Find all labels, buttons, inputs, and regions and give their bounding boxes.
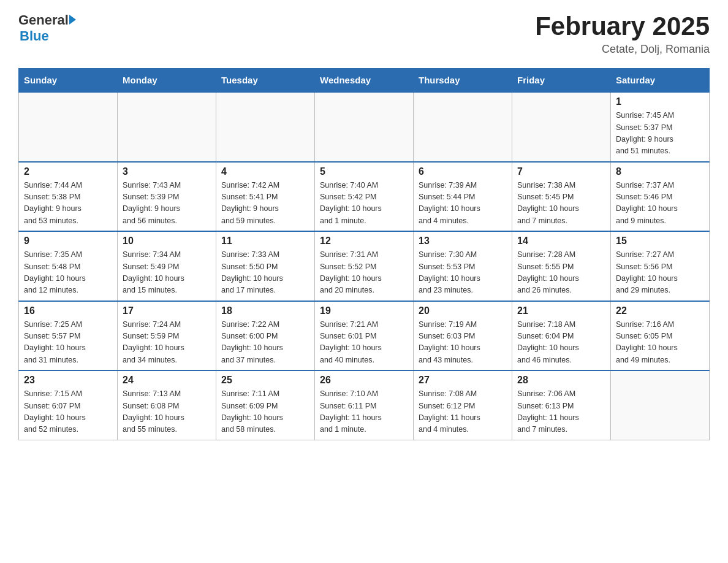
day-number: 16 (24, 305, 112, 316)
calendar-week-row: 23Sunrise: 7:15 AMSunset: 6:07 PMDayligh… (19, 370, 710, 440)
table-row: 19Sunrise: 7:21 AMSunset: 6:01 PMDayligh… (315, 301, 414, 371)
day-info: Sunrise: 7:16 AMSunset: 6:05 PMDaylight:… (616, 319, 704, 367)
logo-blue-text: Blue (20, 28, 49, 44)
table-row: 14Sunrise: 7:28 AMSunset: 5:55 PMDayligh… (512, 231, 611, 301)
day-number: 1 (616, 96, 704, 107)
day-info: Sunrise: 7:43 AMSunset: 5:39 PMDaylight:… (123, 180, 211, 228)
title-block: February 2025 Cetate, Dolj, Romania (535, 12, 710, 56)
table-row: 17Sunrise: 7:24 AMSunset: 5:59 PMDayligh… (118, 301, 216, 371)
col-tuesday: Tuesday (216, 69, 315, 93)
day-number: 10 (123, 236, 211, 247)
col-saturday: Saturday (611, 69, 710, 93)
table-row: 2Sunrise: 7:44 AMSunset: 5:38 PMDaylight… (19, 162, 118, 232)
table-row (19, 92, 118, 162)
day-number: 17 (123, 305, 211, 316)
day-info: Sunrise: 7:06 AMSunset: 6:13 PMDaylight:… (517, 388, 605, 436)
day-info: Sunrise: 7:25 AMSunset: 5:57 PMDaylight:… (24, 319, 112, 367)
day-info: Sunrise: 7:40 AMSunset: 5:42 PMDaylight:… (320, 180, 408, 228)
table-row: 23Sunrise: 7:15 AMSunset: 6:07 PMDayligh… (19, 370, 118, 440)
table-row (414, 92, 512, 162)
table-row: 4Sunrise: 7:42 AMSunset: 5:41 PMDaylight… (216, 162, 315, 232)
day-number: 21 (517, 305, 605, 316)
calendar-header-row: Sunday Monday Tuesday Wednesday Thursday… (19, 69, 710, 93)
day-number: 9 (24, 236, 112, 247)
day-info: Sunrise: 7:21 AMSunset: 6:01 PMDaylight:… (320, 319, 408, 367)
day-info: Sunrise: 7:37 AMSunset: 5:46 PMDaylight:… (616, 180, 704, 228)
day-number: 28 (517, 375, 605, 386)
day-number: 5 (320, 166, 408, 177)
day-number: 26 (320, 375, 408, 386)
table-row: 9Sunrise: 7:35 AMSunset: 5:48 PMDaylight… (19, 231, 118, 301)
col-thursday: Thursday (414, 69, 512, 93)
day-number: 27 (419, 375, 507, 386)
day-number: 2 (24, 166, 112, 177)
table-row (512, 92, 611, 162)
day-info: Sunrise: 7:24 AMSunset: 5:59 PMDaylight:… (123, 319, 211, 367)
day-info: Sunrise: 7:15 AMSunset: 6:07 PMDaylight:… (24, 388, 112, 436)
day-number: 8 (616, 166, 704, 177)
day-info: Sunrise: 7:39 AMSunset: 5:44 PMDaylight:… (419, 180, 507, 228)
day-info: Sunrise: 7:27 AMSunset: 5:56 PMDaylight:… (616, 249, 704, 297)
table-row: 25Sunrise: 7:11 AMSunset: 6:09 PMDayligh… (216, 370, 315, 440)
day-info: Sunrise: 7:10 AMSunset: 6:11 PMDaylight:… (320, 388, 408, 436)
table-row: 1Sunrise: 7:45 AMSunset: 5:37 PMDaylight… (611, 92, 710, 162)
table-row: 22Sunrise: 7:16 AMSunset: 6:05 PMDayligh… (611, 301, 710, 371)
table-row (611, 370, 710, 440)
table-row: 10Sunrise: 7:34 AMSunset: 5:49 PMDayligh… (118, 231, 216, 301)
table-row: 13Sunrise: 7:30 AMSunset: 5:53 PMDayligh… (414, 231, 512, 301)
table-row: 26Sunrise: 7:10 AMSunset: 6:11 PMDayligh… (315, 370, 414, 440)
day-number: 7 (517, 166, 605, 177)
col-wednesday: Wednesday (315, 69, 414, 93)
day-info: Sunrise: 7:44 AMSunset: 5:38 PMDaylight:… (24, 180, 112, 228)
day-number: 24 (123, 375, 211, 386)
calendar-table: Sunday Monday Tuesday Wednesday Thursday… (18, 68, 710, 440)
day-number: 3 (123, 166, 211, 177)
table-row: 3Sunrise: 7:43 AMSunset: 5:39 PMDaylight… (118, 162, 216, 232)
table-row: 5Sunrise: 7:40 AMSunset: 5:42 PMDaylight… (315, 162, 414, 232)
table-row: 24Sunrise: 7:13 AMSunset: 6:08 PMDayligh… (118, 370, 216, 440)
col-friday: Friday (512, 69, 611, 93)
day-info: Sunrise: 7:35 AMSunset: 5:48 PMDaylight:… (24, 249, 112, 297)
table-row (315, 92, 414, 162)
logo: General Blue (18, 12, 76, 44)
col-sunday: Sunday (19, 69, 118, 93)
day-info: Sunrise: 7:34 AMSunset: 5:49 PMDaylight:… (123, 249, 211, 297)
logo-general-text: General (18, 12, 69, 28)
table-row: 18Sunrise: 7:22 AMSunset: 6:00 PMDayligh… (216, 301, 315, 371)
day-info: Sunrise: 7:19 AMSunset: 6:03 PMDaylight:… (419, 319, 507, 367)
calendar-week-row: 9Sunrise: 7:35 AMSunset: 5:48 PMDaylight… (19, 231, 710, 301)
day-number: 13 (419, 236, 507, 247)
table-row: 12Sunrise: 7:31 AMSunset: 5:52 PMDayligh… (315, 231, 414, 301)
table-row: 7Sunrise: 7:38 AMSunset: 5:45 PMDaylight… (512, 162, 611, 232)
table-row (216, 92, 315, 162)
day-number: 20 (419, 305, 507, 316)
day-number: 12 (320, 236, 408, 247)
day-info: Sunrise: 7:22 AMSunset: 6:00 PMDaylight:… (221, 319, 309, 367)
logo-triangle-icon (69, 15, 76, 25)
calendar-subtitle: Cetate, Dolj, Romania (535, 43, 710, 56)
table-row: 21Sunrise: 7:18 AMSunset: 6:04 PMDayligh… (512, 301, 611, 371)
day-info: Sunrise: 7:38 AMSunset: 5:45 PMDaylight:… (517, 180, 605, 228)
table-row: 15Sunrise: 7:27 AMSunset: 5:56 PMDayligh… (611, 231, 710, 301)
day-number: 4 (221, 166, 309, 177)
page-header: General Blue February 2025 Cetate, Dolj,… (18, 12, 710, 56)
day-info: Sunrise: 7:42 AMSunset: 5:41 PMDaylight:… (221, 180, 309, 228)
table-row: 20Sunrise: 7:19 AMSunset: 6:03 PMDayligh… (414, 301, 512, 371)
table-row: 8Sunrise: 7:37 AMSunset: 5:46 PMDaylight… (611, 162, 710, 232)
table-row: 27Sunrise: 7:08 AMSunset: 6:12 PMDayligh… (414, 370, 512, 440)
day-number: 11 (221, 236, 309, 247)
col-monday: Monday (118, 69, 216, 93)
table-row: 6Sunrise: 7:39 AMSunset: 5:44 PMDaylight… (414, 162, 512, 232)
table-row: 11Sunrise: 7:33 AMSunset: 5:50 PMDayligh… (216, 231, 315, 301)
day-info: Sunrise: 7:08 AMSunset: 6:12 PMDaylight:… (419, 388, 507, 436)
day-number: 14 (517, 236, 605, 247)
table-row: 28Sunrise: 7:06 AMSunset: 6:13 PMDayligh… (512, 370, 611, 440)
day-info: Sunrise: 7:13 AMSunset: 6:08 PMDaylight:… (123, 388, 211, 436)
day-number: 18 (221, 305, 309, 316)
day-info: Sunrise: 7:18 AMSunset: 6:04 PMDaylight:… (517, 319, 605, 367)
day-info: Sunrise: 7:33 AMSunset: 5:50 PMDaylight:… (221, 249, 309, 297)
day-number: 6 (419, 166, 507, 177)
calendar-week-row: 1Sunrise: 7:45 AMSunset: 5:37 PMDaylight… (19, 92, 710, 162)
table-row: 16Sunrise: 7:25 AMSunset: 5:57 PMDayligh… (19, 301, 118, 371)
calendar-week-row: 2Sunrise: 7:44 AMSunset: 5:38 PMDaylight… (19, 162, 710, 232)
